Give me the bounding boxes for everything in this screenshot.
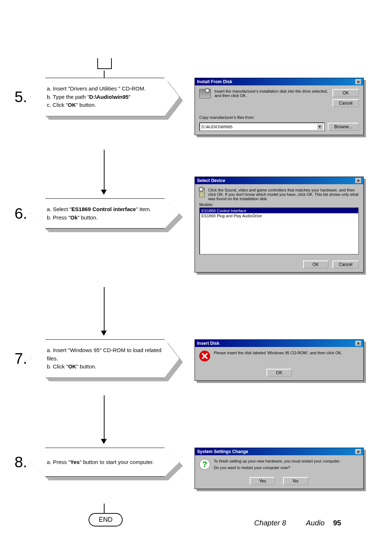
yes-button[interactable]: Yes: [250, 477, 275, 485]
step-5-box: a. Insert "Drivers and Utilities " CD-RO…: [30, 78, 179, 116]
step-5c: c. Click "OK" button.: [47, 101, 163, 109]
step-number-7: 7.: [15, 350, 27, 367]
step-8-box: a. Press "Yes" button to start your comp…: [30, 448, 179, 477]
flow-line: [104, 395, 105, 439]
step-7-box: a. Insert "Windows 95" CD-ROM to load re…: [30, 339, 179, 378]
flow-end: END: [89, 513, 123, 526]
step-5b: b. Type the path "D:\Audio\win95": [47, 93, 163, 101]
flow-connector-top: [97, 58, 112, 69]
flow-line: [104, 287, 105, 331]
dialog-insert-disk: Insert Disk ✕ Please insert the disk lab…: [195, 339, 364, 381]
step-8a: a. Press "Yes" button to start your comp…: [47, 458, 163, 467]
flow-line: [104, 150, 105, 190]
arrow-down-icon: [101, 331, 107, 336]
close-icon[interactable]: ✕: [355, 449, 361, 454]
disk-icon: [199, 89, 211, 98]
footer-section: Audio: [306, 519, 324, 527]
cancel-button[interactable]: Cancel: [332, 99, 359, 107]
dropdown-arrow-icon[interactable]: ▼: [317, 124, 323, 130]
step-6-box: a. Select "ES1869 Control interface" ite…: [30, 198, 179, 229]
dialog-system-settings-change: System Settings Change ✕ ? To finish set…: [195, 448, 364, 489]
titlebar: Select Device ✕: [195, 177, 363, 184]
dialog-install-from-disk: Install From Disk ✕ Insert the manufactu…: [195, 78, 364, 135]
titlebar: System Settings Change ✕: [195, 448, 363, 455]
dialog-title: System Settings Change: [197, 449, 248, 454]
dialog-message: To finish setting up your new hardware, …: [214, 459, 340, 470]
dialog-title: Insert Disk: [197, 341, 219, 346]
dialog-title: Install From Disk: [197, 79, 232, 84]
device-icon: [199, 188, 205, 197]
path-input[interactable]: D:\AUDIO\WIN95 ▼: [199, 122, 325, 131]
step-number-8: 8.: [15, 453, 27, 471]
dialog-message: Please insert the disk labeled 'Windows …: [214, 351, 342, 355]
titlebar: Insert Disk ✕: [195, 340, 363, 347]
step-5a: a. Insert "Drivers and Utilities " CD-RO…: [47, 85, 163, 93]
close-icon[interactable]: ✕: [355, 178, 361, 183]
close-icon[interactable]: ✕: [355, 341, 361, 346]
titlebar: Install From Disk ✕: [195, 78, 363, 85]
step-number-5: 5.: [15, 88, 27, 106]
arrow-down-icon: [101, 190, 107, 195]
step-6b: b. Press "Ok" button.: [47, 214, 163, 222]
question-icon: ?: [199, 459, 210, 470]
list-item-selected[interactable]: ES1869 Control Interface: [200, 208, 358, 213]
browse-button[interactable]: Browse...: [328, 123, 359, 131]
dialog-select-device: Select Device ✕ Click the Sound, video a…: [195, 177, 364, 273]
page-footer: Chapter 8 Audio 95: [254, 519, 341, 527]
flow-line: [104, 504, 105, 513]
ok-button[interactable]: OK: [303, 261, 328, 269]
models-listbox[interactable]: ES1869 Control Interface ES1869 Plug and…: [199, 207, 359, 255]
step-number-6: 6.: [15, 205, 27, 222]
ok-button[interactable]: OK: [332, 89, 359, 97]
ok-button[interactable]: OK: [266, 369, 292, 377]
step-7a: a. Insert "Windows 95" CD-ROM to load re…: [47, 346, 163, 363]
close-icon[interactable]: ✕: [355, 79, 361, 84]
models-label: Models:: [199, 202, 359, 207]
dialog-message: Click the Sound, video and game controll…: [208, 188, 359, 201]
list-item[interactable]: ES1869 Plug and Play AudioDrive: [200, 213, 358, 218]
step-6a: a. Select "ES1869 Control interface" ite…: [47, 205, 163, 214]
arrow-down-icon: [101, 439, 107, 444]
copy-from-label: Copy manufacturer's files from:: [199, 115, 359, 120]
no-button[interactable]: No: [283, 477, 309, 485]
footer-page-number: 95: [333, 519, 341, 527]
error-icon: [199, 351, 210, 362]
dialog-message: Insert the manufacturer's installation d…: [215, 89, 332, 107]
step-7b: b. Click "OK" button.: [47, 363, 163, 371]
cancel-button[interactable]: Cancel: [332, 261, 359, 269]
footer-chapter: Chapter 8: [254, 519, 286, 527]
dialog-title: Select Device: [197, 178, 225, 183]
flow-line: [104, 70, 105, 78]
